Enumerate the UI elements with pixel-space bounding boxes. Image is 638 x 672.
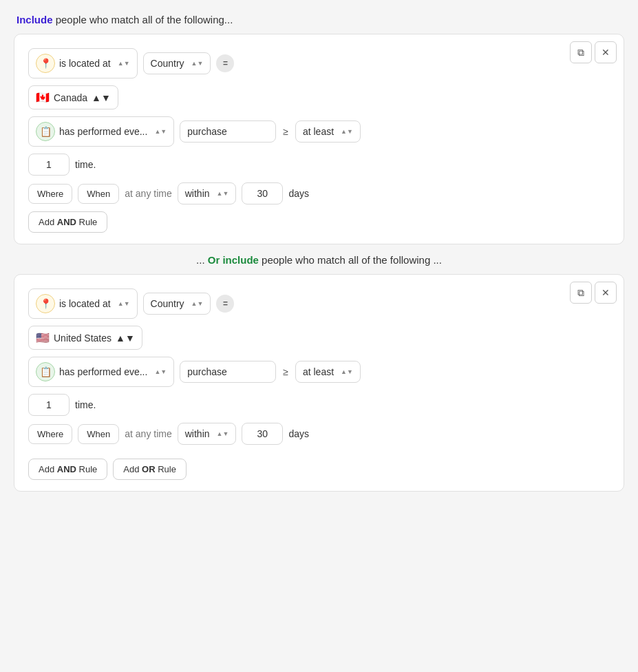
group1-frequency-label: at least — [303, 126, 334, 137]
group2-where-button[interactable]: Where — [28, 424, 72, 444]
group2-within-label: within — [185, 428, 210, 439]
or-include-label: Or include — [208, 254, 259, 266]
g2-add-and-suffix: Rule — [76, 464, 97, 474]
group2-frequency-select[interactable]: at least ▲▼ — [295, 361, 361, 383]
group1-close-button[interactable]: ✕ — [595, 41, 617, 63]
g2-add-or-label: Add — [123, 464, 142, 474]
group2-condition1-select[interactable]: 📍 is located at ▲▼ — [28, 288, 138, 319]
group1-at-any-time: at any time — [125, 188, 171, 199]
group2-field1-select[interactable]: Country ▲▼ — [143, 293, 211, 315]
g2-frequency-chevrons: ▲▼ — [341, 369, 353, 375]
group1-actions: ⧉ ✕ — [570, 41, 617, 63]
group1-count-input[interactable] — [28, 154, 70, 176]
group2-value1-label: United States — [54, 333, 111, 344]
condition2-chevrons: ▲▼ — [154, 129, 167, 135]
rule-group-1: ⧉ ✕ 📍 is located at ▲▼ Country ▲▼ = 🇨🇦 C… — [14, 34, 624, 244]
group2-days-input[interactable] — [242, 423, 283, 445]
group2-field1-label: Country — [151, 298, 184, 309]
group2-rule1-row: 📍 is located at ▲▼ Country ▲▼ = — [28, 288, 610, 319]
close-icon: ✕ — [602, 47, 610, 58]
location-icon: 📍 — [36, 54, 55, 73]
group2-bottom-actions: Add AND Rule Add OR Rule — [28, 452, 610, 480]
group2-actions: ⧉ ✕ — [570, 282, 617, 304]
group1-add-and-suffix: Rule — [76, 217, 97, 227]
group2-add-or-button[interactable]: Add OR Rule — [113, 459, 187, 480]
group1-days-input[interactable] — [242, 182, 283, 204]
or-include-suffix: people who match all of the following ..… — [259, 254, 442, 266]
group1-condition2-label: has performed eve... — [59, 126, 147, 137]
group2-time-suffix: time. — [75, 399, 96, 410]
group2-condition1-label: is located at — [59, 298, 111, 309]
or-include-prefix: ... — [196, 254, 208, 266]
group1-days-suffix: days — [288, 188, 309, 199]
include-label: Include — [17, 14, 53, 25]
group1-rule1-row: 📍 is located at ▲▼ Country ▲▼ = — [28, 48, 610, 78]
group1-value1-row: 🇨🇦 Canada ▲▼ — [28, 85, 610, 109]
g2-condition2-chevrons: ▲▼ — [154, 369, 167, 375]
group2-value1-row: 🇺🇸 United States ▲▼ — [28, 326, 610, 350]
group2-count-input[interactable] — [28, 394, 70, 416]
or-include-row: ... Or include people who match all of t… — [14, 244, 624, 274]
within-chevrons: ▲▼ — [217, 191, 229, 197]
canada-flag: 🇨🇦 — [36, 91, 50, 104]
event-icon-2: 📋 — [36, 362, 55, 381]
group2-condition2-select[interactable]: 📋 has performed eve... ▲▼ — [28, 357, 174, 387]
condition1-chevrons: ▲▼ — [118, 61, 130, 67]
group2-count-row: time. — [28, 394, 610, 416]
group1-frequency-select[interactable]: at least ▲▼ — [295, 120, 361, 143]
group2-value1-select[interactable]: 🇺🇸 United States ▲▼ — [28, 326, 142, 350]
group1-condition2-select[interactable]: 📋 has performed eve... ▲▼ — [28, 116, 174, 147]
g2-add-and-bold: AND — [57, 464, 76, 474]
group1-value1-select[interactable]: 🇨🇦 Canada ▲▼ — [28, 85, 118, 109]
group2-close-button[interactable]: ✕ — [595, 282, 617, 304]
group1-condition1-select[interactable]: 📍 is located at ▲▼ — [28, 48, 138, 78]
g2-add-or-bold: OR — [142, 464, 156, 474]
event-icon: 📋 — [36, 122, 55, 141]
group2-add-and-button[interactable]: Add AND Rule — [28, 459, 107, 480]
g2-condition1-chevrons: ▲▼ — [118, 301, 130, 307]
g2-field1-chevrons: ▲▼ — [191, 301, 204, 307]
group2-copy-button[interactable]: ⧉ — [570, 282, 592, 304]
location-icon-2: 📍 — [36, 294, 55, 313]
group1-add-and-bold: AND — [57, 217, 76, 227]
group1-when-button[interactable]: When — [78, 184, 119, 204]
us-flag: 🇺🇸 — [36, 331, 50, 344]
group1-value1-label: Canada — [54, 92, 87, 103]
group1-condition1-label: is located at — [59, 58, 111, 69]
group2-within-select[interactable]: within ▲▼ — [178, 423, 237, 445]
g2-add-and-label: Add — [39, 464, 57, 474]
group1-within-select[interactable]: within ▲▼ — [178, 182, 237, 204]
equals-symbol: = — [223, 59, 228, 68]
group2-condition2-label: has performed eve... — [59, 366, 147, 377]
group2-event-input[interactable] — [180, 361, 276, 383]
close-icon-2: ✕ — [602, 287, 610, 298]
group1-count-row: time. — [28, 154, 610, 176]
group1-event-input[interactable] — [180, 120, 276, 143]
group1-add-and-button[interactable]: Add AND Rule — [28, 211, 107, 233]
rule-group-2: ⧉ ✕ 📍 is located at ▲▼ Country ▲▼ = 🇺🇸 U… — [14, 274, 624, 492]
page-header: Include people who match all of the foll… — [14, 14, 624, 25]
g2-equals-symbol: = — [223, 299, 228, 308]
group1-copy-button[interactable]: ⧉ — [570, 41, 592, 63]
frequency-chevrons: ▲▼ — [341, 129, 353, 135]
field1-chevrons: ▲▼ — [191, 61, 204, 67]
group1-field1-label: Country — [151, 58, 184, 69]
g2-within-chevrons: ▲▼ — [217, 431, 229, 437]
group1-within-label: within — [185, 188, 210, 199]
group1-equals-badge: = — [216, 54, 234, 72]
header-text: people who match all of the following... — [53, 14, 233, 25]
copy-icon: ⧉ — [577, 47, 584, 59]
group1-gte-symbol: ≥ — [281, 126, 290, 137]
group2-when-button[interactable]: When — [78, 424, 119, 444]
copy-icon-2: ⧉ — [577, 287, 584, 299]
group2-frequency-label: at least — [303, 366, 334, 377]
value1-chevrons: ▲▼ — [92, 92, 111, 103]
group1-where-button[interactable]: Where — [28, 184, 72, 204]
group1-field1-select[interactable]: Country ▲▼ — [143, 52, 211, 74]
group1-time-suffix: time. — [75, 159, 96, 170]
group2-at-any-time: at any time — [125, 428, 171, 439]
group1-add-and-label: Add — [39, 217, 57, 227]
group2-equals-badge: = — [216, 295, 234, 313]
group2-days-suffix: days — [288, 428, 309, 439]
g2-add-or-suffix: Rule — [156, 464, 176, 474]
